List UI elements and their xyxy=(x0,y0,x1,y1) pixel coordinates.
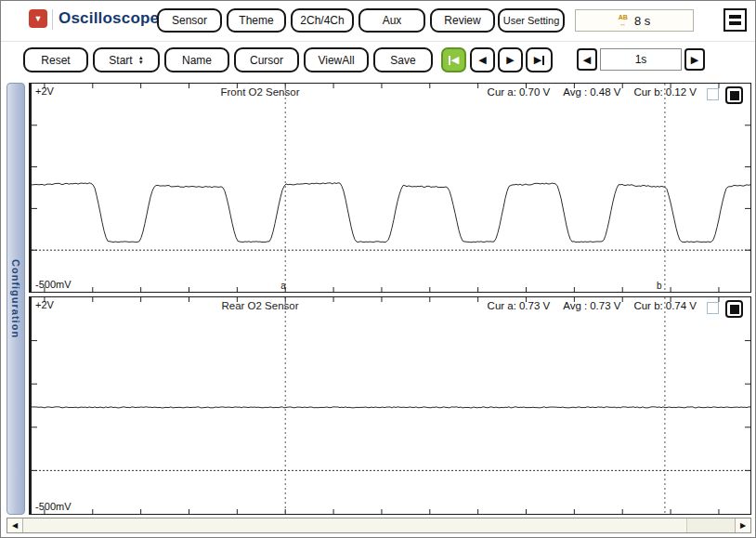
avg-value: 0.48 V xyxy=(590,86,620,98)
channel-mode-button-label: 2Ch/4Ch xyxy=(300,14,344,27)
rear-o2-sensor-panel: +2V Rear O2 Sensor Cur a: 0.73 V Avg : 0… xyxy=(29,296,751,515)
avg-value: 0.73 V xyxy=(590,300,620,311)
step-back-icon: ◀ xyxy=(478,54,486,66)
skip-end-icon xyxy=(542,56,544,65)
review-button-label: Review xyxy=(444,14,480,27)
configuration-tab[interactable]: Configuration xyxy=(7,83,25,515)
cur-a-label: Cur a: xyxy=(488,86,516,98)
header-separator-line xyxy=(1,41,755,42)
name-button-label: Name xyxy=(182,54,212,67)
cur-b-label: Cur b: xyxy=(633,300,662,311)
menu-icon xyxy=(729,15,741,19)
cur-a-value: 0.70 V xyxy=(519,86,550,98)
cur-b-value: 0.74 V xyxy=(666,300,697,311)
rear-channel-checkbox[interactable] xyxy=(707,302,719,314)
front-top-scale-label: +2V xyxy=(35,85,54,97)
scroll-left-button[interactable]: ◀ xyxy=(7,518,23,532)
step-back-button[interactable]: ◀ xyxy=(470,47,495,72)
aux-button-label: Aux xyxy=(383,14,402,27)
avg-label: Avg : xyxy=(563,300,587,311)
reset-button-label: Reset xyxy=(41,54,70,67)
app-menu-button[interactable]: ▼ xyxy=(29,9,47,28)
skip-to-end-button[interactable]: ▶ xyxy=(526,47,553,72)
front-bottom-scale-label: -500mV xyxy=(35,279,72,290)
cur-b-label: Cur b: xyxy=(633,86,662,98)
cursor-button-label: Cursor xyxy=(250,54,283,67)
viewall-button-label: ViewAll xyxy=(318,54,354,67)
cur-a-label: Cur a: xyxy=(488,300,516,311)
timescale-increase-button[interactable]: ▶ xyxy=(684,48,705,71)
skip-to-start-button[interactable]: ◀ xyxy=(441,47,466,72)
oscilloscope-window: ▼ Oscilloscope Sensor Theme 2Ch/4Ch Aux … xyxy=(0,0,756,538)
rear-panel-title: Rear O2 Sensor xyxy=(124,300,396,311)
scroll-right-button[interactable]: ▶ xyxy=(735,518,750,532)
rear-bottom-scale-label: -500mV xyxy=(35,501,72,512)
dropdown-icon: ▼ xyxy=(34,15,43,23)
cursor-a-letter[interactable]: a xyxy=(280,281,286,291)
ab-time-value: 8 s xyxy=(634,14,650,28)
cur-b-value: 0.12 V xyxy=(666,86,697,98)
step-forward-button[interactable]: ▶ xyxy=(498,47,523,72)
skip-start-icon xyxy=(449,56,450,65)
start-button-label: Start xyxy=(109,54,132,67)
avg-label: Avg : xyxy=(563,86,587,98)
ab-time-display: AB ↔ 8 s xyxy=(575,9,694,32)
step-forward-icon: ▶ xyxy=(506,54,514,66)
start-spinner-icon[interactable]: ▲▼ xyxy=(138,56,144,64)
aux-button[interactable]: Aux xyxy=(358,8,425,33)
theme-button[interactable]: Theme xyxy=(227,8,286,33)
ab-cursor-icon: AB ↔ xyxy=(619,14,628,27)
user-setting-button[interactable]: User Setting xyxy=(498,8,565,33)
rear-channel-color-button[interactable] xyxy=(725,300,743,318)
review-button[interactable]: Review xyxy=(430,8,495,33)
sensor-button-label: Sensor xyxy=(172,14,207,27)
name-button[interactable]: Name xyxy=(164,47,229,72)
rear-cursor-readout: Cur a: 0.73 V Avg : 0.73 V Cur b: 0.74 V xyxy=(488,300,697,311)
scroll-right-icon: ▶ xyxy=(740,521,746,530)
rear-o2-waveform-chart[interactable] xyxy=(32,297,750,514)
sensor-button[interactable]: Sensor xyxy=(157,8,222,33)
cursor-b-letter[interactable]: b xyxy=(657,281,662,291)
configuration-tab-label: Configuration xyxy=(10,259,21,338)
right-arrow-icon: ▶ xyxy=(691,54,698,66)
app-title: Oscilloscope xyxy=(59,9,159,28)
start-button[interactable]: Start ▲▼ xyxy=(93,47,160,72)
viewall-button[interactable]: ViewAll xyxy=(304,47,369,72)
user-setting-button-label: User Setting xyxy=(503,15,560,26)
scroll-left-icon: ◀ xyxy=(12,521,18,530)
front-cursor-readout: Cur a: 0.70 V Avg : 0.48 V Cur b: 0.12 V xyxy=(488,86,697,98)
front-o2-waveform-chart[interactable] xyxy=(32,84,750,292)
header-divider xyxy=(52,9,53,30)
timescale-value-box: 1s xyxy=(600,48,682,71)
filled-square-icon xyxy=(730,305,739,314)
cursor-button[interactable]: Cursor xyxy=(234,47,299,72)
timescale-value: 1s xyxy=(635,53,647,66)
theme-button-label: Theme xyxy=(239,14,273,27)
front-o2-sensor-panel: +2V Front O2 Sensor Cur a: 0.70 V Avg : … xyxy=(29,83,751,293)
front-panel-title: Front O2 Sensor xyxy=(124,86,396,98)
rear-top-scale-label: +2V xyxy=(35,299,54,310)
front-channel-color-button[interactable] xyxy=(725,86,743,104)
filled-square-icon xyxy=(730,91,739,100)
cur-a-value: 0.73 V xyxy=(519,300,550,311)
horizontal-scrollbar[interactable]: ◀ ▶ xyxy=(7,518,751,533)
scrollbar-thumb[interactable] xyxy=(23,518,687,532)
timescale-decrease-button[interactable]: ◀ xyxy=(577,48,597,71)
reset-button[interactable]: Reset xyxy=(23,47,88,72)
list-menu-button[interactable] xyxy=(723,8,747,32)
save-button[interactable]: Save xyxy=(373,47,433,72)
front-channel-checkbox[interactable] xyxy=(707,88,719,100)
channel-mode-button[interactable]: 2Ch/4Ch xyxy=(291,8,354,33)
left-arrow-icon: ◀ xyxy=(583,54,591,66)
save-button-label: Save xyxy=(390,54,415,67)
